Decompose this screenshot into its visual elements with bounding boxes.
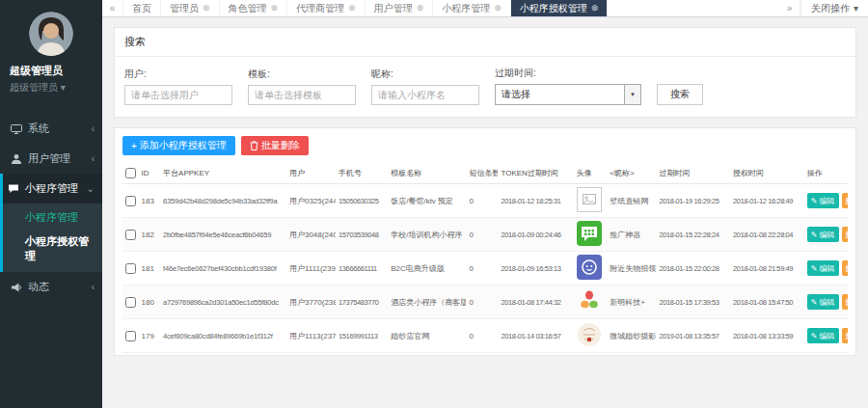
tab-user-management[interactable]: 用户管理 ⊗ xyxy=(366,0,434,16)
tab-role-management[interactable]: 角色管理 ⊗ xyxy=(220,0,288,16)
delete-button[interactable]: 删除 xyxy=(842,227,849,242)
cell-nickname: 新明科技+ xyxy=(607,286,656,319)
edit-button[interactable]: ✎编辑 xyxy=(807,294,839,310)
cell-phone: 15050630325 xyxy=(336,184,388,218)
broken-image-icon xyxy=(577,187,602,212)
field-template: 模板: xyxy=(248,68,356,105)
field-expire-label: 过期时间: xyxy=(495,67,641,80)
cell-template: B2C电商升级版 xyxy=(388,252,466,286)
table-row: 183 6359d42b48d298de5c94b33ad32ff9a 用户03… xyxy=(122,184,848,218)
cell-auth-time: 2018-01-12 16:28:49 xyxy=(730,184,804,218)
header-template: 模板名称 xyxy=(388,163,466,184)
cell-checkbox xyxy=(122,319,139,353)
cart-bubble-icon xyxy=(577,221,602,246)
close-icon[interactable]: ⊗ xyxy=(494,4,502,13)
close-icon[interactable]: ⊗ xyxy=(271,4,279,13)
select-all-checkbox[interactable] xyxy=(125,168,136,178)
pencil-icon: ✎ xyxy=(811,332,818,340)
sidebar-subitem-miniprogram-auth-management[interactable]: 小程序授权管理 xyxy=(3,230,102,268)
tab-home[interactable]: 首页 xyxy=(123,0,161,16)
batch-delete-button[interactable]: 批量删除 xyxy=(241,136,309,155)
header-sms-count: 短信条数 xyxy=(466,163,498,184)
tabs-scroll-right-icon[interactable]: » xyxy=(779,0,800,16)
delete-button[interactable]: 删除 xyxy=(842,260,849,276)
user-icon xyxy=(11,153,22,165)
chevron-down-icon: ⌄ xyxy=(87,184,95,194)
cell-sms-count: 0 xyxy=(466,319,498,353)
header-operation: 操作 xyxy=(804,163,848,184)
tab-agent-management[interactable]: 代理商管理 ⊗ xyxy=(287,0,366,16)
table-panel: + 添加小程序授权管理 批量删除 xyxy=(114,127,856,356)
cell-auth-time: 2018-01-08 22:28:04 xyxy=(730,218,804,252)
stamp-logo-icon xyxy=(577,322,602,347)
cell-user: 用户1111(239) xyxy=(286,252,336,286)
field-nickname-label: 昵称: xyxy=(371,68,479,81)
cell-checkbox xyxy=(122,184,139,218)
cell-checkbox xyxy=(122,286,139,319)
cell-expire: 2018-01-19 16:29:25 xyxy=(656,184,730,218)
add-auth-button[interactable]: + 添加小程序授权管理 xyxy=(122,136,235,155)
trash-icon xyxy=(250,141,258,150)
tab-miniprogram-auth-management[interactable]: 小程序授权管理 ⊗ xyxy=(511,0,609,16)
row-checkbox[interactable] xyxy=(125,230,136,240)
header-checkbox xyxy=(122,163,139,184)
cell-operation: ✎编辑删除 xyxy=(804,218,848,252)
pencil-icon: ✎ xyxy=(811,298,818,307)
template-picker-input[interactable] xyxy=(248,85,356,105)
edit-button[interactable]: ✎编辑 xyxy=(807,328,839,343)
cell-nickname: 推广神器 xyxy=(607,218,656,252)
delete-button[interactable]: 删除 xyxy=(842,193,849,208)
header-expire: 过期时间 xyxy=(656,163,730,184)
cell-template: 学校/培训机构小程序 xyxy=(388,218,466,252)
nickname-input[interactable] xyxy=(371,85,479,105)
tab-miniprogram-management[interactable]: 小程序管理 ⊗ xyxy=(433,0,511,16)
close-icon[interactable]: ⊗ xyxy=(203,4,210,13)
row-checkbox[interactable] xyxy=(125,331,136,341)
close-operations-dropdown[interactable]: 关闭操作 ▾ xyxy=(800,0,868,16)
cell-template: 婚纱店官网 xyxy=(388,319,466,353)
user-picker-input[interactable] xyxy=(124,85,232,105)
field-template-label: 模板: xyxy=(248,68,356,81)
search-button[interactable]: 搜索 xyxy=(657,84,703,105)
app-window: 超级管理员 超级管理员 ▾ 系统 ‹ xyxy=(0,0,868,408)
edit-button[interactable]: ✎编辑 xyxy=(807,260,839,276)
cell-sms-count: 0 xyxy=(466,184,498,218)
table-header-row: ID 平台APPKEY 用户 手机号 模板名称 短信条数 TOKEN过期时间 头… xyxy=(122,163,848,184)
table-body: 183 6359d42b48d298de5c94b33ad32ff9a 用户03… xyxy=(122,184,848,353)
cell-checkbox xyxy=(122,218,139,252)
user-photo-icon xyxy=(29,12,73,56)
edit-button[interactable]: ✎编辑 xyxy=(807,193,839,208)
tabbar: « 首页 管理员 ⊗ 角色管理 ⊗ 代理商管理 ⊗ 用户管理 ⊗ 小程序管理 xyxy=(102,0,868,17)
select-arrow-icon: ▼ xyxy=(624,85,640,104)
row-checkbox[interactable] xyxy=(125,297,136,308)
cell-avatar xyxy=(574,286,608,319)
sidebar-item-system[interactable]: 系统 ‹ xyxy=(3,114,102,144)
close-icon[interactable]: ⊗ xyxy=(417,4,424,13)
cell-nickname: 壁纸直销网 xyxy=(607,184,656,218)
delete-button[interactable]: 删除 xyxy=(842,328,849,343)
cell-appkey: 2b0fbe4857f94e5e46ceacf6b04659 xyxy=(160,218,286,252)
tab-admin[interactable]: 管理员 ⊗ xyxy=(161,0,220,16)
user-role-dropdown[interactable]: 超级管理员 ▾ xyxy=(8,78,95,104)
sidebar-item-user-management[interactable]: 用户管理 ‹ xyxy=(3,144,102,174)
table-row: 181 f46e7ec6e0627bef430cbb1cdf19380f 用户1… xyxy=(122,252,848,286)
cell-appkey: 4cef809ca80cd84fe89669b1e1f312f xyxy=(160,319,286,353)
delete-button[interactable]: 删除 xyxy=(842,294,849,310)
edit-button[interactable]: ✎编辑 xyxy=(807,227,839,242)
cell-id: 182 xyxy=(139,218,161,252)
expire-filter-select[interactable]: 请选择 ▼ xyxy=(495,84,641,105)
row-checkbox[interactable] xyxy=(125,196,136,206)
tabs-scroll-left-icon[interactable]: « xyxy=(102,0,123,16)
toolbar: + 添加小程序授权管理 批量删除 xyxy=(122,136,848,155)
search-panel-title: 搜索 xyxy=(115,28,855,57)
cell-sms-count: 0 xyxy=(466,286,498,319)
cell-phone: 17375483770 xyxy=(336,286,388,319)
sidebar-subitem-miniprogram-management[interactable]: 小程序管理 xyxy=(3,205,102,230)
sidebar-item-activity[interactable]: 动态 ‹ xyxy=(3,272,102,302)
sidebar-item-miniprogram-management[interactable]: 小程序管理 ⌄ xyxy=(3,174,102,204)
close-icon[interactable]: ⊗ xyxy=(591,4,599,13)
header-user: 用户 xyxy=(286,163,336,184)
row-checkbox[interactable] xyxy=(125,263,136,274)
close-icon[interactable]: ⊗ xyxy=(348,4,356,13)
cell-appkey: 6359d42b48d298de5c94b33ad32ff9a xyxy=(160,184,286,218)
